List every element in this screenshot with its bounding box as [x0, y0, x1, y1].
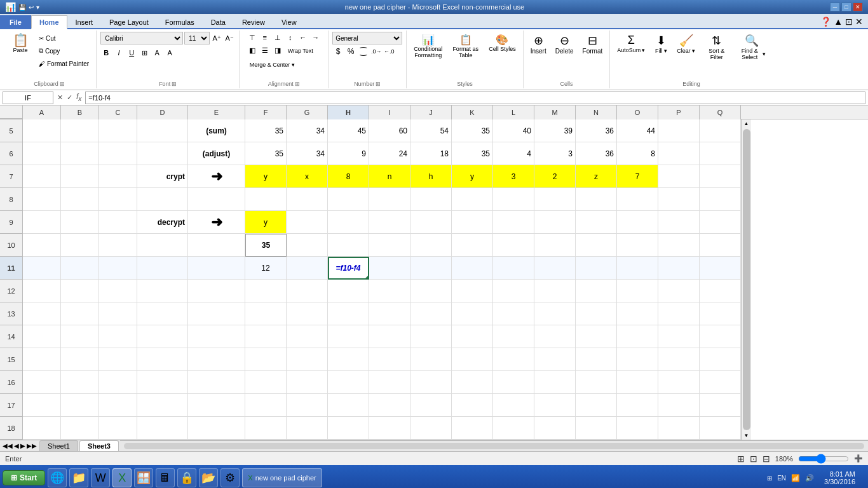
cell-E10[interactable]: [188, 234, 245, 257]
col-header-D[interactable]: D: [137, 105, 188, 119]
cell-E6[interactable]: (adjust): [188, 142, 245, 165]
cell-D12[interactable]: [137, 280, 188, 302]
font-expand-icon[interactable]: ⊞: [172, 81, 177, 87]
clear-dropdown-icon[interactable]: ▾: [692, 48, 695, 54]
conditional-formatting-button[interactable]: 📊 Conditional Formatting: [410, 32, 445, 60]
cell-E7[interactable]: ➜: [188, 165, 245, 188]
cell-E12[interactable]: [188, 280, 245, 302]
cell-M9[interactable]: [534, 211, 576, 234]
row-header-13[interactable]: 13: [0, 302, 23, 325]
cell-O8[interactable]: [617, 188, 658, 211]
font-name-select[interactable]: Calibri: [100, 32, 183, 44]
cell-A12[interactable]: [23, 280, 61, 302]
cell-M12[interactable]: [534, 280, 576, 302]
cancel-formula-button[interactable]: ✕: [56, 93, 64, 102]
clear-button[interactable]: 🧹 Clear ▾: [674, 32, 698, 56]
col-header-A[interactable]: A: [23, 105, 61, 119]
border-button[interactable]: ⊞: [139, 47, 150, 58]
row-header-11[interactable]: 11: [0, 257, 23, 280]
view-layout-icon[interactable]: ⊡: [750, 454, 757, 464]
cell-I7[interactable]: n: [369, 165, 410, 188]
fill-color-button[interactable]: A: [151, 47, 163, 58]
maximize-button[interactable]: □: [841, 3, 851, 11]
cell-J6[interactable]: 18: [410, 142, 452, 165]
cell-F10[interactable]: 35: [245, 234, 287, 257]
cell-P7[interactable]: [658, 165, 700, 188]
cell-J8[interactable]: [410, 188, 452, 211]
row-header-16[interactable]: 16: [0, 371, 23, 394]
tab-file[interactable]: File: [0, 15, 31, 28]
cell-J10[interactable]: [410, 234, 452, 257]
merge-dropdown-icon[interactable]: ▾: [292, 62, 295, 68]
cell-M5[interactable]: 39: [534, 119, 576, 142]
cell-G8[interactable]: [287, 188, 328, 211]
merge-center-button[interactable]: Merge & Center ▾: [247, 58, 299, 71]
cell-L8[interactable]: [493, 188, 534, 211]
cell-Q12[interactable]: [700, 280, 741, 302]
taskbar-ie-icon[interactable]: 🌐: [48, 468, 67, 487]
number-format-select[interactable]: General: [332, 32, 402, 44]
sheet-prev-button[interactable]: ◀◀: [3, 442, 13, 449]
text-direction-button[interactable]: ↕: [285, 32, 296, 43]
cell-C10[interactable]: [99, 234, 137, 257]
cell-P9[interactable]: [658, 211, 700, 234]
cell-P10[interactable]: [658, 234, 700, 257]
cell-G11[interactable]: [287, 257, 328, 280]
cell-L9[interactable]: [493, 211, 534, 234]
cell-F6[interactable]: 35: [245, 142, 287, 165]
taskbar-excel-app[interactable]: X new one pad cipher: [242, 468, 322, 487]
row-header-7[interactable]: 7: [0, 165, 23, 188]
minimize-button[interactable]: ─: [830, 3, 840, 11]
wrap-text-button[interactable]: Wrap Text: [285, 44, 316, 57]
align-middle-button[interactable]: ≡: [259, 32, 271, 43]
align-left-button[interactable]: ◧: [247, 44, 258, 56]
cell-H9[interactable]: [328, 211, 369, 234]
sheet-next-button[interactable]: ▶: [20, 442, 25, 449]
indent-decrease-button[interactable]: ←: [297, 32, 309, 43]
cell-Q9[interactable]: [700, 211, 741, 234]
cell-F11[interactable]: 12: [245, 257, 287, 280]
col-header-L[interactable]: L: [493, 105, 534, 119]
cell-O6[interactable]: 8: [617, 142, 658, 165]
taskbar-settings-icon[interactable]: ⚙: [220, 468, 240, 487]
sheet-last-button[interactable]: ▶▶: [27, 442, 37, 449]
cell-O11[interactable]: [617, 257, 658, 280]
taskbar-word-icon[interactable]: W: [91, 468, 110, 487]
cell-E8[interactable]: [188, 188, 245, 211]
cell-B6[interactable]: [61, 142, 99, 165]
cell-K12[interactable]: [452, 280, 493, 302]
minimize-ribbon-icon[interactable]: ▲: [834, 17, 843, 27]
cell-I9[interactable]: [369, 211, 410, 234]
cell-P5[interactable]: [658, 119, 700, 142]
cell-J11[interactable]: [410, 257, 452, 280]
cell-O9[interactable]: [617, 211, 658, 234]
row-header-15[interactable]: 15: [0, 348, 23, 371]
align-top-button[interactable]: ⊤: [247, 32, 258, 43]
find-select-button[interactable]: 🔍 Find & Select ▾: [735, 32, 769, 62]
network-icon[interactable]: 📶: [791, 474, 800, 482]
underline-button[interactable]: U: [126, 47, 137, 58]
view-normal-icon[interactable]: ⊞: [737, 454, 745, 464]
cell-K6[interactable]: 35: [452, 142, 493, 165]
start-button[interactable]: ⊞ Start: [3, 470, 45, 485]
cell-A11[interactable]: [23, 257, 61, 280]
cell-Q10[interactable]: [700, 234, 741, 257]
alignment-expand-icon[interactable]: ⊞: [295, 81, 300, 87]
cell-L12[interactable]: [493, 280, 534, 302]
sheet-tab-sheet3[interactable]: Sheet3: [79, 440, 119, 451]
zoom-slider[interactable]: [798, 456, 849, 461]
tab-home[interactable]: Home: [31, 15, 67, 29]
format-as-table-button[interactable]: 📋 Format as Table: [448, 32, 483, 60]
col-header-B[interactable]: B: [61, 105, 99, 119]
clock[interactable]: 8:01 AM 3/30/2016: [819, 470, 860, 485]
currency-button[interactable]: %: [345, 46, 356, 57]
taskbar-calculator-icon[interactable]: 🖩: [156, 468, 175, 487]
restore-icon[interactable]: ⊡: [845, 17, 853, 27]
increase-font-button[interactable]: A⁺: [211, 32, 222, 44]
cell-H12[interactable]: [328, 280, 369, 302]
row-header-17[interactable]: 17: [0, 394, 23, 417]
cell-A8[interactable]: [23, 188, 61, 211]
horizontal-scrollbar[interactable]: [120, 440, 868, 451]
cell-I12[interactable]: [369, 280, 410, 302]
paste-button[interactable]: 📋 Paste: [6, 32, 34, 55]
